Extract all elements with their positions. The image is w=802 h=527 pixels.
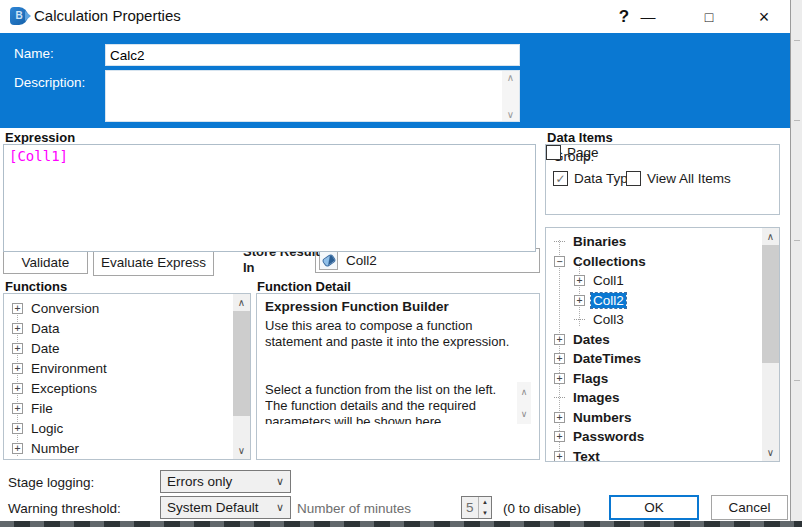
checkbox-data-type[interactable]: ✓Data Type [553,171,635,186]
function-item-environment[interactable]: +Environment [4,358,233,378]
function-item-file[interactable]: +File [4,398,233,418]
unchecked-checkbox-icon[interactable] [626,171,641,186]
expand-icon[interactable]: + [554,353,565,364]
tree-item-collections[interactable]: −Collections [546,252,762,272]
expand-icon[interactable]: + [12,383,23,394]
function-item-data[interactable]: +Data [4,318,233,338]
expand-icon[interactable]: + [554,431,565,442]
checked-checkbox-icon[interactable]: ✓ [553,171,568,186]
checkbox-page[interactable]: Page [546,145,599,160]
function-item-exceptions[interactable]: +Exceptions [4,378,233,398]
scrollbar-thumb[interactable] [233,311,250,416]
tree-item-label[interactable]: Coll3 [591,312,626,327]
unchecked-checkbox-icon[interactable] [546,145,561,160]
tree-item-label[interactable]: Passwords [571,429,646,444]
description-scrollbar[interactable]: ∧ ∨ [502,71,519,121]
function-item-conversion[interactable]: +Conversion [4,298,233,318]
expand-icon[interactable]: + [12,323,23,334]
functions-list: +Conversion+Data+Date+Environment+Except… [4,298,233,458]
validate-button[interactable]: Validate [3,251,88,274]
tree-item-binaries[interactable]: Binaries [546,232,762,252]
scroll-down-icon[interactable]: ∨ [517,406,531,422]
tree-item-label[interactable]: Dates [571,332,612,347]
tree-item-numbers[interactable]: +Numbers [546,408,762,428]
scroll-down-icon[interactable]: ∨ [233,442,250,459]
expand-icon[interactable]: + [12,343,23,354]
expand-icon[interactable]: + [574,295,585,306]
tree-item-coll1[interactable]: +Coll1 [546,271,762,291]
data-items-scrollbar[interactable]: ∧ ∨ [762,228,779,461]
tree-leaf-dash [554,241,565,242]
expand-icon[interactable]: + [12,423,23,434]
expand-icon[interactable]: + [12,443,23,454]
function-item-label[interactable]: File [29,401,55,416]
functions-scrollbar[interactable]: ∧ ∨ [233,294,250,459]
collection-icon [319,251,338,270]
function-item-label[interactable]: Exceptions [29,381,99,396]
function-item-label[interactable]: Date [29,341,62,356]
scroll-up-icon[interactable]: ∧ [233,294,250,311]
function-item-date[interactable]: +Date [4,338,233,358]
function-item-label[interactable]: Logic [29,421,65,436]
tree-item-flags[interactable]: +Flags [546,369,762,389]
function-item-number[interactable]: +Number [4,438,233,458]
function-detail-hint: Select a function from the list on the l… [265,382,531,424]
expand-icon[interactable]: + [554,334,565,345]
close-button[interactable]: × [752,4,776,30]
tree-item-label[interactable]: DateTimes [571,351,643,366]
tree-item-label[interactable]: Numbers [571,410,634,425]
scrollbar-thumb[interactable] [762,245,779,363]
collapse-icon[interactable]: − [554,256,565,267]
stage-logging-dropdown[interactable]: Errors only ∨ [160,470,291,493]
spinner-up-icon[interactable]: ▲ [479,497,491,508]
scroll-up-icon[interactable]: ∧ [502,72,519,83]
warning-threshold-dropdown[interactable]: System Default ∨ [160,496,291,519]
background-app-bottom-strip [0,521,802,527]
function-item-label[interactable]: Data [29,321,62,336]
help-button[interactable]: ? [612,4,636,30]
expand-icon[interactable]: + [574,275,585,286]
function-item-logic[interactable]: +Logic [4,418,233,438]
minimize-button[interactable]: — [636,4,660,30]
scroll-down-icon[interactable]: ∨ [762,444,779,461]
spinner-down-icon[interactable]: ▼ [479,508,491,519]
tree-item-label[interactable]: Coll2 [591,293,626,308]
evaluate-expression-button[interactable]: Evaluate Express [93,249,214,276]
tree-item-label[interactable]: Collections [571,254,648,269]
expand-icon[interactable]: + [554,373,565,384]
function-item-label[interactable]: Environment [29,361,109,376]
tree-item-dates[interactable]: +Dates [546,330,762,350]
maximize-button[interactable]: □ [697,4,721,30]
scroll-down-icon[interactable]: ∨ [502,109,519,120]
tree-item-images[interactable]: Images [546,388,762,408]
tree-item-label[interactable]: Text [571,449,602,462]
scroll-up-icon[interactable]: ∧ [762,228,779,245]
tree-item-coll2[interactable]: +Coll2 [546,291,762,311]
expand-icon[interactable]: + [12,303,23,314]
hint-scrollbar[interactable]: ∧ ∨ [517,382,531,424]
expand-icon[interactable]: + [554,412,565,423]
name-input[interactable] [105,44,520,66]
expression-label: Expression [5,130,75,145]
tree-item-label[interactable]: Images [571,390,622,405]
function-detail-body: Use this area to compose a function stat… [265,318,531,350]
tree-item-coll3[interactable]: Coll3 [546,310,762,330]
minutes-spinner[interactable]: 5 ▲ ▼ [461,496,492,519]
function-item-label[interactable]: Number [29,441,81,456]
cancel-button[interactable]: Cancel [711,495,788,520]
tree-item-label[interactable]: Coll1 [591,273,626,288]
checkbox-view-all-items[interactable]: View All Items [626,171,731,186]
tree-item-passwords[interactable]: +Passwords [546,427,762,447]
description-input[interactable]: ∧ ∨ [105,70,520,122]
tree-item-datetimes[interactable]: +DateTimes [546,349,762,369]
expand-icon[interactable]: + [554,451,565,462]
tree-item-label[interactable]: Flags [571,371,610,386]
tree-item-label[interactable]: Binaries [571,234,628,249]
scroll-up-icon[interactable]: ∧ [517,384,531,400]
expand-icon[interactable]: + [12,403,23,414]
expression-editor[interactable]: [Coll1] [3,144,536,252]
expand-icon[interactable]: + [12,363,23,374]
ok-button[interactable]: OK [609,495,699,520]
function-item-label[interactable]: Conversion [29,301,101,316]
tree-item-text[interactable]: +Text [546,447,762,463]
